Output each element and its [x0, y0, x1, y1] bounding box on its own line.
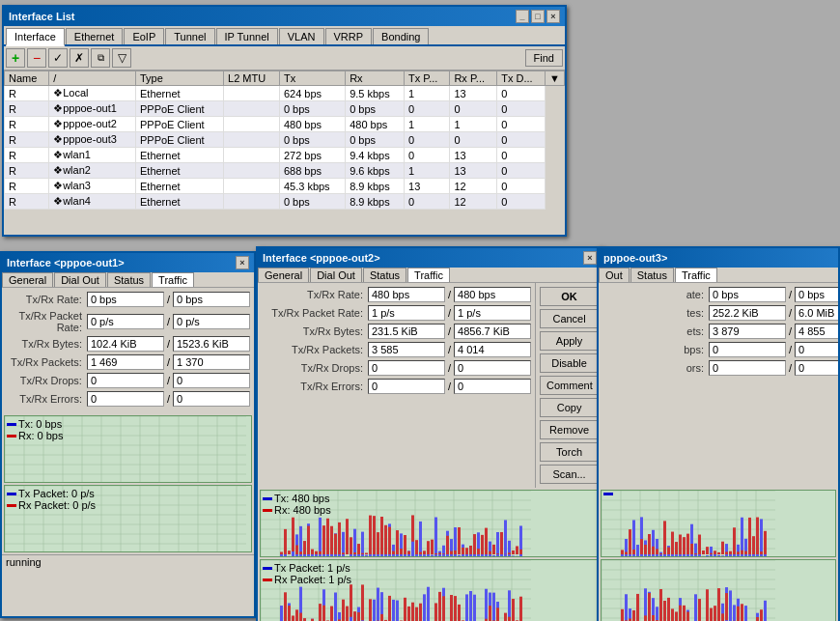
- form-val2: 1 370: [173, 354, 250, 370]
- tab-vrrp[interactable]: VRRP: [325, 28, 373, 44]
- form-val2: 0 bps: [795, 287, 840, 302]
- detail1-status: running: [6, 556, 42, 568]
- detail3-title-bar: pppoe-out3>: [599, 248, 838, 268]
- d2-close-button[interactable]: ×: [583, 251, 597, 265]
- form-val1: 480 bps: [368, 287, 445, 302]
- col-type[interactable]: Type: [135, 71, 223, 86]
- detail2-title-bar: Interface <pppoe-out2> ×: [258, 248, 602, 268]
- col-txp[interactable]: Tx P...: [405, 71, 450, 86]
- tab-tunnel[interactable]: Tunnel: [165, 28, 214, 44]
- form-val2: 6.0 MiB: [795, 305, 840, 321]
- d3-tab-status[interactable]: Status: [630, 268, 674, 282]
- col-txd[interactable]: Tx D...: [497, 71, 546, 86]
- d2-comment-button[interactable]: Comment: [540, 376, 599, 395]
- minimize-button[interactable]: _: [516, 10, 529, 23]
- form-label: Tx/Rx Drops:: [6, 375, 87, 386]
- cell-txp: 0: [405, 194, 450, 210]
- d1-tab-traffic[interactable]: Traffic: [152, 272, 194, 287]
- tab-interface[interactable]: Interface: [6, 28, 65, 46]
- form-row: Tx/Rx Packets: 1 469 / 1 370: [6, 354, 250, 370]
- col-rx[interactable]: Rx: [346, 71, 405, 86]
- disable-button[interactable]: ✗: [70, 48, 89, 68]
- form-separator: /: [167, 356, 170, 368]
- col-name[interactable]: Name: [5, 71, 49, 86]
- d2-copy-button[interactable]: Copy: [540, 398, 599, 417]
- form-row: Tx/Rx Errors: 0 / 0: [262, 379, 531, 394]
- d1-tab-dialout[interactable]: Dial Out: [54, 272, 106, 287]
- tab-eoip[interactable]: EoIP: [124, 28, 164, 44]
- cell-name: ❖pppoe-out2: [49, 117, 136, 132]
- tab-ethernet[interactable]: Ethernet: [66, 28, 124, 44]
- tab-vlan[interactable]: VLAN: [279, 28, 324, 44]
- form-label: Tx/Rx Rate:: [262, 289, 368, 300]
- form-val1: 0: [368, 379, 445, 394]
- form-value: 480 bps / 480 bps: [368, 287, 531, 302]
- form-value: 3 585 / 4 014: [368, 342, 531, 357]
- cell-name: ❖wlan1: [49, 148, 136, 163]
- maximize-button[interactable]: □: [531, 10, 545, 23]
- table-row[interactable]: R ❖pppoe-out2 PPPoE Client 480 bps 480 b…: [5, 117, 565, 132]
- d3-tab-traffic[interactable]: Traffic: [675, 268, 717, 282]
- detail1-title: Interface <pppoe-out1>: [7, 257, 125, 268]
- d3-tab-out[interactable]: Out: [599, 268, 630, 282]
- form-value: 0 bps / 0 bps: [709, 287, 840, 302]
- d2-apply-button[interactable]: Apply: [540, 331, 599, 351]
- form-val1: 0 bps: [709, 287, 786, 302]
- interface-table-container[interactable]: Name / Type L2 MTU Tx Rx Tx P... Rx P...…: [4, 71, 565, 225]
- d2-disable-button[interactable]: Disable: [540, 353, 599, 373]
- tab-ip-tunnel[interactable]: IP Tunnel: [216, 28, 278, 44]
- find-button[interactable]: Find: [525, 49, 563, 67]
- cell-txd: 0: [497, 194, 546, 210]
- enable-button[interactable]: ✓: [48, 48, 68, 68]
- table-row[interactable]: R ❖pppoe-out1 PPPoE Client 0 bps 0 bps 0…: [5, 101, 565, 117]
- form-value: 0 / 0: [87, 373, 250, 388]
- copy-button[interactable]: ⧉: [91, 48, 110, 68]
- d2-ok-button[interactable]: OK: [540, 287, 599, 306]
- col-l2mtu[interactable]: L2 MTU: [224, 71, 280, 86]
- main-title-bar: Interface List _ □ ×: [4, 7, 565, 26]
- form-val1: 231.5 KiB: [368, 324, 445, 339]
- add-button[interactable]: +: [6, 48, 25, 68]
- col-rxp[interactable]: Rx P...: [450, 71, 497, 86]
- d2-tab-traffic[interactable]: Traffic: [407, 268, 450, 282]
- d2-remove-button[interactable]: Remove: [540, 420, 599, 439]
- d2-tab-general[interactable]: General: [258, 268, 309, 282]
- close-button[interactable]: ×: [546, 10, 560, 23]
- d1-tab-status[interactable]: Status: [107, 272, 151, 287]
- form-separator: /: [448, 381, 451, 392]
- table-row[interactable]: R ❖wlan4 Ethernet 0 bps 8.9 kbps 0 12 0: [5, 194, 565, 210]
- d2-scan-button[interactable]: Scan...: [540, 465, 599, 484]
- cell-tx: 0 bps: [279, 194, 345, 210]
- form-value: 252.2 KiB / 6.0 MiB: [709, 305, 840, 321]
- form-separator: /: [789, 307, 792, 319]
- form-separator: /: [789, 325, 792, 337]
- table-row[interactable]: R ❖Local Ethernet 624 bps 9.5 kbps 1 13 …: [5, 86, 565, 101]
- form-label: Tx/Rx Drops:: [262, 362, 368, 374]
- detail3-chart2: [601, 559, 836, 621]
- table-row[interactable]: R ❖pppoe-out3 PPPoE Client 0 bps 0 bps 0…: [5, 132, 565, 148]
- table-row[interactable]: R ❖wlan2 Ethernet 688 bps 9.6 kbps 1 13 …: [5, 163, 565, 179]
- cell-txd: 0: [497, 117, 546, 132]
- d2-tab-dialout[interactable]: Dial Out: [310, 268, 362, 282]
- detail3-title: pppoe-out3>: [603, 252, 667, 264]
- form-label: Tx/Rx Errors:: [6, 393, 87, 405]
- remove-button[interactable]: −: [27, 48, 46, 68]
- d1-tab-general[interactable]: General: [2, 272, 53, 287]
- detail2-controls: ×: [583, 251, 597, 265]
- cell-rxp: 13: [450, 148, 497, 163]
- cell-rxp: 13: [450, 86, 497, 101]
- table-row[interactable]: R ❖wlan1 Ethernet 272 bps 9.4 kbps 0 13 …: [5, 148, 565, 163]
- col-flag[interactable]: /: [49, 71, 136, 86]
- main-toolbar: + − ✓ ✗ ⧉ ▽ Find: [4, 46, 565, 71]
- table-row[interactable]: R ❖wlan3 Ethernet 45.3 kbps 8.9 kbps 13 …: [5, 179, 565, 194]
- d2-cancel-button[interactable]: Cancel: [540, 309, 599, 328]
- form-separator: /: [789, 362, 792, 374]
- form-val2: 480 bps: [454, 287, 531, 302]
- filter-button[interactable]: ▽: [112, 48, 131, 68]
- main-tab-bar: Interface Ethernet EoIP Tunnel IP Tunnel…: [4, 26, 565, 46]
- d1-close-button[interactable]: ×: [236, 256, 249, 269]
- d2-tab-status[interactable]: Status: [363, 268, 406, 282]
- d2-torch-button[interactable]: Torch: [540, 442, 599, 462]
- col-tx[interactable]: Tx: [279, 71, 345, 86]
- tab-bonding[interactable]: Bonding: [373, 28, 429, 44]
